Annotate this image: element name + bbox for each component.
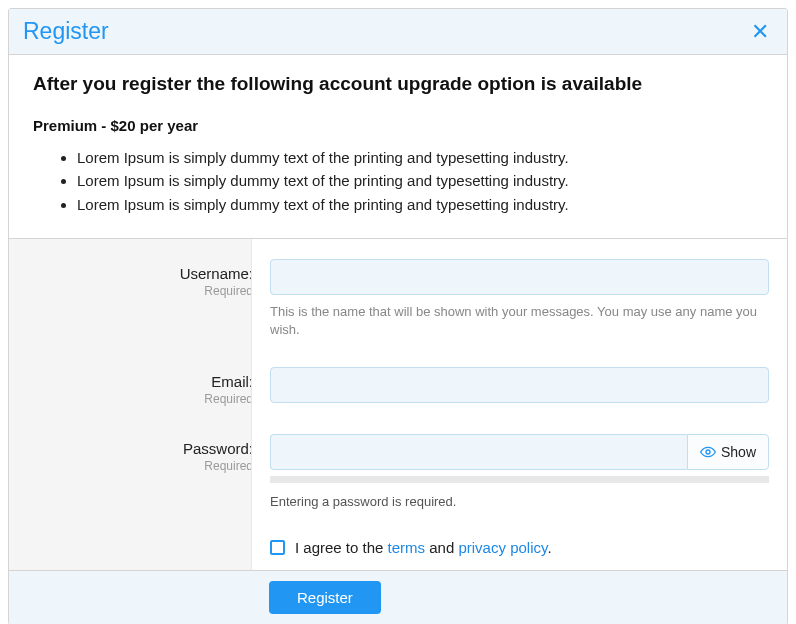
username-input[interactable] — [270, 259, 769, 295]
password-label: Password: — [27, 440, 253, 457]
register-dialog: Register ✕ After you register the follow… — [8, 8, 788, 624]
svg-point-0 — [706, 450, 710, 454]
form-body: Username: Required This is the name that… — [9, 238, 787, 571]
username-required-hint: Required — [27, 284, 253, 298]
terms-link[interactable]: terms — [388, 539, 426, 556]
dialog-header: Register ✕ — [9, 9, 787, 55]
agree-checkbox[interactable] — [270, 540, 285, 555]
password-strength-bar — [270, 476, 769, 483]
eye-icon — [700, 444, 716, 460]
agree-text: I agree to the terms and privacy policy. — [295, 539, 552, 556]
username-hint: This is the name that will be shown with… — [270, 303, 769, 339]
promo-subheading: Premium - $20 per year — [33, 117, 763, 134]
list-item: Lorem Ipsum is simply dummy text of the … — [77, 169, 763, 192]
privacy-link[interactable]: privacy policy — [458, 539, 547, 556]
email-label: Email: — [27, 373, 253, 390]
register-button[interactable]: Register — [269, 581, 381, 614]
username-row: Username: Required This is the name that… — [9, 239, 787, 353]
promo-section: After you register the following account… — [9, 55, 787, 238]
list-item: Lorem Ipsum is simply dummy text of the … — [77, 146, 763, 169]
password-row: Password: Required — [9, 420, 787, 525]
password-input[interactable] — [270, 434, 687, 470]
show-password-button[interactable]: Show — [687, 434, 769, 470]
promo-heading: After you register the following account… — [33, 73, 763, 95]
dialog-title: Register — [23, 18, 109, 45]
email-required-hint: Required — [27, 392, 253, 406]
close-icon: ✕ — [751, 19, 769, 44]
show-password-label: Show — [721, 444, 756, 460]
promo-feature-list: Lorem Ipsum is simply dummy text of the … — [33, 146, 763, 216]
agree-row-container: I agree to the terms and privacy policy. — [9, 525, 787, 570]
email-row: Email: Required — [9, 353, 787, 420]
email-input[interactable] — [270, 367, 769, 403]
password-error: Entering a password is required. — [270, 493, 769, 511]
dialog-footer: Register — [9, 570, 787, 624]
close-button[interactable]: ✕ — [747, 21, 773, 43]
password-required-hint: Required — [27, 459, 253, 473]
list-item: Lorem Ipsum is simply dummy text of the … — [77, 193, 763, 216]
username-label: Username: — [27, 265, 253, 282]
